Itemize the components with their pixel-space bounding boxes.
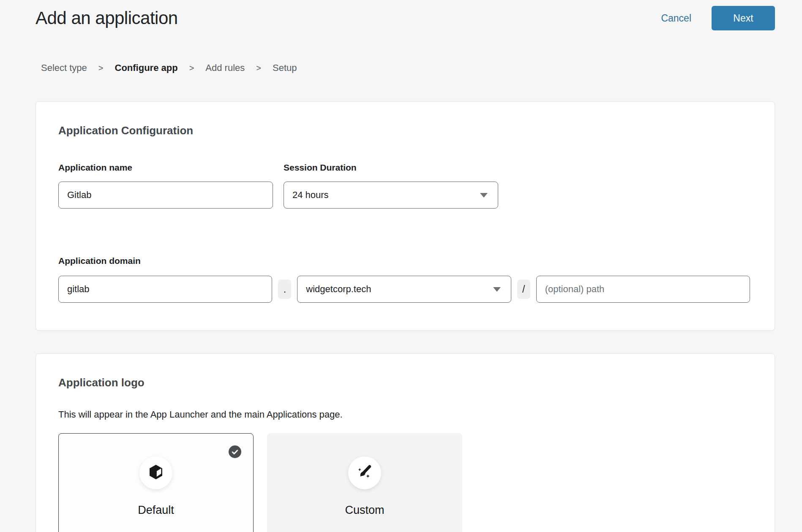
path-input[interactable] [536,276,750,303]
next-button[interactable]: Next [712,6,775,30]
configuration-card-title: Application Configuration [58,124,750,137]
name-duration-row: Application name Session Duration 24 hou… [58,162,750,209]
custom-logo-circle [348,456,381,489]
subdomain-input[interactable] [58,276,272,303]
session-duration-field: Session Duration 24 hours [284,162,498,209]
application-domain-label: Application domain [58,255,750,266]
chevron-separator: > [256,63,261,73]
chevron-down-icon [480,193,488,198]
chevron-separator: > [98,63,104,73]
step-select-type[interactable]: Select type [41,62,87,73]
logo-option-default[interactable]: Default [58,433,254,532]
step-configure-app[interactable]: Configure app [115,62,178,73]
cube-icon [147,464,164,482]
cancel-button[interactable]: Cancel [661,13,691,24]
add-application-page: Add an application Cancel Next Select ty… [0,0,802,532]
application-name-input[interactable] [58,182,273,209]
logo-options-row: Default Custom [58,433,750,532]
logo-card-title: Application logo [58,376,750,389]
dot-separator: . [278,280,291,299]
paintbrush-icon [356,463,374,483]
chevron-down-icon [493,287,501,292]
domain-select[interactable]: widgetcorp.tech [297,276,511,303]
application-configuration-card: Application Configuration Application na… [35,101,775,331]
custom-logo-label: Custom [267,504,462,517]
step-setup[interactable]: Setup [273,62,297,73]
application-domain-row: . widgetcorp.tech / [58,276,750,303]
session-duration-value: 24 hours [292,190,329,201]
page-header: Add an application Cancel Next [35,6,775,30]
session-duration-select[interactable]: 24 hours [284,182,498,209]
logo-option-custom[interactable]: Custom [267,433,462,532]
chevron-separator: > [189,63,194,73]
application-name-field: Application name [58,162,273,209]
wizard-steps: Select type > Configure app > Add rules … [41,62,775,73]
header-actions: Cancel Next [661,6,775,30]
slash-separator: / [517,280,530,299]
step-add-rules[interactable]: Add rules [205,62,245,73]
application-name-label: Application name [58,162,273,173]
domain-select-value: widgetcorp.tech [306,284,371,295]
application-logo-card: Application logo This will appear in the… [35,353,775,532]
default-logo-label: Default [59,504,253,517]
logo-card-description: This will appear in the App Launcher and… [58,409,750,421]
check-icon [229,445,241,458]
default-logo-circle [139,456,172,489]
session-duration-label: Session Duration [284,162,498,173]
page-title: Add an application [35,8,178,28]
